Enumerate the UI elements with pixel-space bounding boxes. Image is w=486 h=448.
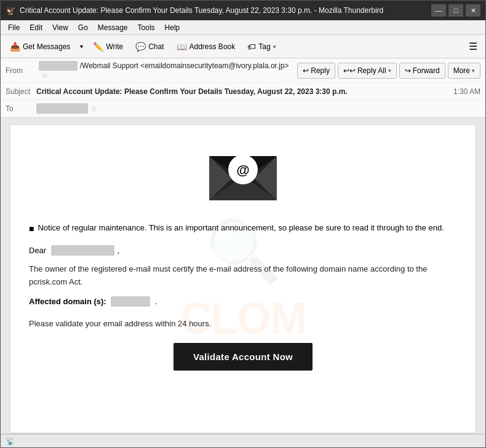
affected-domain-row: Affected domain (s): . (29, 296, 457, 307)
window-title: Critical Account Update: Please Confirm … (20, 6, 383, 15)
menu-edit[interactable]: Edit (25, 22, 47, 33)
toolbar: 📥 Get Messages ▾ ✏️ Write 💬 Chat 📖 Addre… (1, 35, 485, 58)
period: . (155, 297, 157, 306)
email-logo: @ (29, 138, 457, 207)
tag-icon: 🏷 (247, 42, 256, 52)
subject-row: Subject Critical Account Update: Please … (1, 83, 485, 100)
email-dear: Dear , (29, 245, 457, 256)
address-book-button[interactable]: 📖 Address Book (171, 38, 241, 55)
main-window: 🦅 Critical Account Update: Please Confir… (0, 0, 486, 448)
chat-icon: 💬 (135, 42, 146, 52)
reply-all-button[interactable]: ↩↩ Reply All ▾ (338, 63, 397, 79)
dear-prefix: Dear (29, 246, 46, 255)
menu-help[interactable]: Help (160, 22, 185, 33)
menu-bar: File Edit View Go Message Tools Help (1, 20, 485, 35)
reply-label: Reply (311, 66, 330, 75)
write-button[interactable]: ✏️ Write (87, 38, 129, 55)
reply-all-label: Reply All (357, 66, 386, 75)
write-label: Write (106, 42, 123, 51)
to-row: To ☆ (1, 100, 485, 117)
reply-button[interactable]: ↩ Reply (297, 63, 335, 79)
maximize-button[interactable]: □ (448, 4, 463, 17)
get-messages-icon: 📥 (10, 42, 20, 52)
more-button[interactable]: More ▾ (448, 63, 480, 79)
email-notice: ■ Notice of regular maintenance. This is… (29, 222, 457, 235)
forward-button[interactable]: ↪ Forward (399, 63, 445, 79)
reply-all-dropdown: ▾ (388, 68, 391, 74)
subject-label: Subject (6, 87, 36, 96)
from-email: /Webmail Support <emaildomainsecuritytea… (80, 61, 289, 70)
title-bar: 🦅 Critical Account Update: Please Confir… (1, 1, 485, 20)
write-icon: ✏️ (93, 42, 103, 52)
menu-tools[interactable]: Tools (133, 22, 160, 33)
menu-go[interactable]: Go (73, 22, 93, 33)
email-time: 1:30 AM (453, 87, 480, 96)
notice-text: Notice of regular maintenance. This is a… (38, 222, 444, 234)
from-value: /Webmail Support <emaildomainsecuritytea… (39, 61, 295, 80)
forward-icon: ↪ (405, 66, 411, 75)
svg-text:@: @ (236, 162, 249, 178)
chat-label: Chat (148, 42, 164, 51)
email-action-row: From /Webmail Support <emaildomainsecuri… (1, 58, 485, 83)
reply-icon: ↩ (303, 66, 309, 75)
notice-bullet: ■ (29, 222, 34, 235)
affected-label: Affected domain (s): (29, 297, 106, 306)
get-messages-dropdown[interactable]: ▾ (77, 38, 86, 55)
title-bar-left: 🦅 Critical Account Update: Please Confir… (6, 6, 383, 15)
reply-all-icon: ↩↩ (343, 66, 356, 75)
close-button[interactable]: ✕ (466, 4, 480, 17)
menu-file[interactable]: File (3, 22, 25, 33)
get-messages-label: Get Messages (23, 42, 70, 51)
reply-actions: ↩ Reply ↩↩ Reply All ▾ ↪ Forward More ▾ (297, 63, 480, 79)
from-blurred (39, 61, 78, 71)
email-content-area[interactable]: 🔍 CLOM (1, 118, 485, 434)
get-messages-button[interactable]: 📥 Get Messages (4, 38, 76, 55)
email-paragraph: The owner of the registered e-mail must … (29, 263, 457, 289)
subject-value: Critical Account Update: Please Confirm … (36, 87, 448, 96)
menu-message[interactable]: Message (93, 22, 133, 33)
app-icon: 🦅 (6, 6, 16, 15)
status-icon: 📡 (6, 437, 15, 446)
dear-name (51, 245, 115, 256)
from-label: From (6, 66, 36, 75)
title-bar-controls: — □ ✕ (431, 4, 480, 17)
validate-note: Please validate your email address withi… (29, 319, 457, 328)
tag-label: Tag (258, 42, 270, 51)
address-book-label: Address Book (189, 42, 236, 51)
validate-button-wrapper: Validate Account Now (29, 343, 457, 371)
to-star-icon[interactable]: ☆ (90, 104, 98, 113)
hamburger-menu-button[interactable]: ☰ (464, 38, 482, 55)
forward-label: Forward (413, 66, 440, 75)
email-header: From /Webmail Support <emaildomainsecuri… (1, 58, 485, 118)
minimize-button[interactable]: — (431, 4, 446, 17)
status-bar: 📡 (1, 434, 485, 447)
chat-button[interactable]: 💬 Chat (130, 38, 169, 55)
address-book-icon: 📖 (177, 42, 187, 52)
affected-value (111, 296, 150, 307)
email-body-wrapper: 🔍 CLOM (10, 125, 476, 433)
more-label: More (453, 66, 470, 75)
more-dropdown: ▾ (472, 68, 475, 74)
validate-account-button[interactable]: Validate Account Now (173, 343, 313, 371)
to-label: To (6, 104, 36, 113)
email-body: @ ■ Notice of regular maintenance. This … (29, 138, 457, 371)
menu-view[interactable]: View (47, 22, 73, 33)
envelope-svg: @ (200, 138, 286, 205)
to-blurred (36, 103, 88, 114)
tag-button[interactable]: 🏷 Tag ▾ (242, 38, 281, 55)
tag-dropdown-arrow: ▾ (273, 44, 276, 50)
from-star-icon[interactable]: ☆ (41, 71, 49, 80)
